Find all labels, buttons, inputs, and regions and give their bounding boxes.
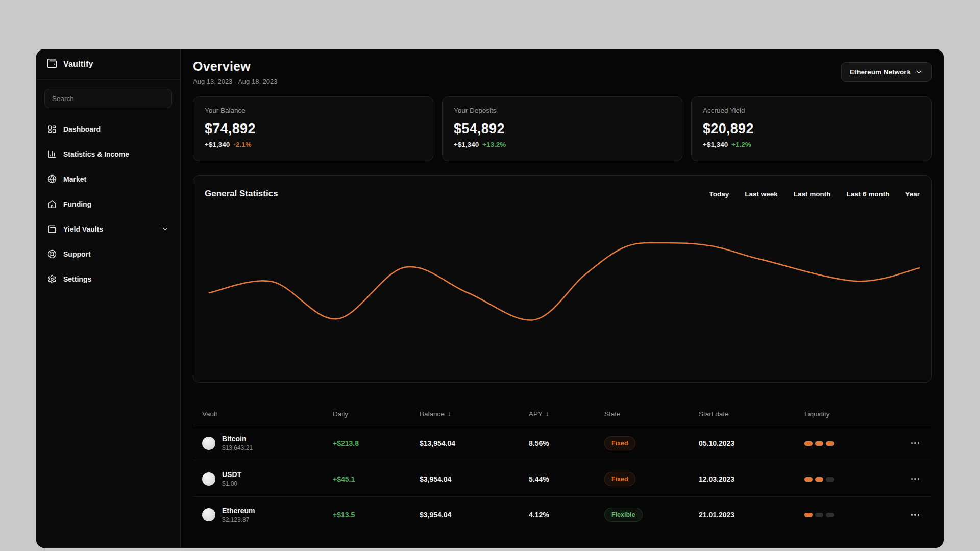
daily-change: +$13.5 [333, 511, 420, 519]
daily-change: +$45.1 [333, 475, 420, 483]
globe-icon [47, 174, 57, 184]
gear-icon [47, 274, 57, 284]
state-badge: Fixed [604, 436, 635, 450]
sidebar-item-settings[interactable]: Settings [44, 266, 172, 291]
app-window: Vaultify Dashboard Statistics & Income [36, 49, 944, 548]
filter-today[interactable]: Today [709, 190, 729, 198]
filter-year[interactable]: Year [905, 190, 920, 198]
sidebar-item-label: Funding [63, 200, 91, 208]
chart-column-icon [47, 149, 57, 159]
app-title: Vaultify [63, 60, 93, 69]
column-liquidity: Liquidity [804, 410, 899, 418]
vault-avatar [202, 437, 215, 450]
stat-value: $20,892 [703, 121, 920, 137]
apy-value: 5.44% [529, 475, 604, 483]
start-date: 12.03.2023 [699, 475, 804, 483]
sidebar-item-funding[interactable]: Funding [44, 191, 172, 216]
column-balance[interactable]: Balance↓ [420, 410, 529, 418]
line-chart [204, 229, 920, 362]
column-state: State [604, 410, 699, 418]
column-start-date: Start date [699, 410, 804, 418]
stat-card-accrued-yield: Accrued Yield $20,892 +$1,340 +1.2% [691, 96, 932, 161]
network-selector-label: Ethereum Network [850, 68, 911, 76]
page-title: Overview [193, 59, 278, 74]
sidebar-item-support[interactable]: Support [44, 241, 172, 266]
vault-name: USDT [222, 470, 241, 479]
filter-last-week[interactable]: Last week [745, 190, 778, 198]
chart-title: General Statistics [205, 189, 278, 199]
lifebuoy-icon [47, 249, 57, 259]
vault-price: $1.00 [222, 480, 241, 487]
start-date: 05.10.2023 [699, 439, 804, 447]
sidebar-item-dashboard[interactable]: Dashboard [44, 116, 172, 141]
vault-avatar [202, 508, 215, 521]
sidebar-item-label: Dashboard [63, 125, 101, 133]
date-range: Aug 13, 2023 - Aug 18, 2023 [193, 78, 278, 85]
stat-card-balance: Your Balance $74,892 +$1,340 -2.1% [193, 96, 433, 161]
liquidity-indicator [804, 477, 834, 482]
logo: Vaultify [36, 49, 180, 80]
row-menu-icon[interactable] [908, 439, 923, 447]
column-vault: Vault [202, 410, 333, 418]
sidebar-item-yield-vaults[interactable]: Yield Vaults [44, 216, 172, 241]
vaults-table: Vault Daily Balance↓ APY↓ State Start da… [193, 403, 932, 533]
column-daily: Daily [333, 410, 420, 418]
wallet-icon [47, 224, 57, 234]
liquidity-indicator [804, 513, 834, 517]
table-row-ethereum[interactable]: Ethereum $2,123.87 +$13.5 $3,954.04 4.12… [193, 497, 932, 533]
apy-value: 4.12% [529, 511, 604, 519]
stat-value: $74,892 [205, 121, 422, 137]
sidebar-item-label: Yield Vaults [63, 225, 103, 233]
liquidity-indicator [804, 441, 834, 446]
search-input[interactable] [44, 89, 172, 108]
balance-value: $3,954.04 [420, 475, 529, 483]
change-amount: +$1,340 [205, 141, 230, 148]
wallet-logo-icon [46, 58, 58, 71]
main-content: Overview Aug 13, 2023 - Aug 18, 2023 Eth… [181, 49, 944, 548]
vault-name: Bitcoin [222, 435, 253, 443]
chevron-down-icon [915, 68, 923, 76]
sidebar-item-label: Market [63, 175, 86, 183]
home-icon [47, 199, 57, 209]
chevron-down-icon[interactable] [161, 225, 169, 233]
daily-change: +$213.8 [333, 439, 420, 447]
row-menu-icon[interactable] [908, 475, 923, 483]
sidebar-item-statistics-income[interactable]: Statistics & Income [44, 141, 172, 166]
start-date: 21.01.2023 [699, 511, 804, 519]
state-badge: Flexible [604, 508, 643, 522]
sidebar: Vaultify Dashboard Statistics & Income [36, 49, 181, 548]
sidebar-item-label: Statistics & Income [63, 150, 129, 158]
row-menu-icon[interactable] [908, 511, 923, 519]
sidebar-item-label: Support [63, 250, 91, 258]
table-header: Vault Daily Balance↓ APY↓ State Start da… [193, 403, 932, 425]
filter-last-6-month[interactable]: Last 6 month [846, 190, 889, 198]
table-row-usdt[interactable]: USDT $1.00 +$45.1 $3,954.04 5.44% Fixed … [193, 461, 932, 497]
chart-line-path [209, 243, 920, 320]
apy-value: 8.56% [529, 439, 604, 447]
vault-price: $2,123.87 [222, 516, 255, 523]
change-percent: -2.1% [233, 141, 251, 148]
vault-avatar [202, 472, 215, 486]
stat-label: Accrued Yield [703, 107, 920, 114]
change-amount: +$1,340 [703, 141, 728, 148]
change-percent: +13.2% [482, 141, 506, 148]
change-percent: +1.2% [731, 141, 751, 148]
dashboard-icon [47, 124, 57, 134]
chart-time-filters: Today Last week Last month Last 6 month … [709, 190, 920, 198]
vault-price: $13,643.21 [222, 444, 253, 452]
network-selector-button[interactable]: Ethereum Network [841, 62, 932, 82]
balance-value: $13,954.04 [420, 439, 529, 447]
sidebar-nav: Dashboard Statistics & Income Market Fun… [36, 113, 180, 294]
sidebar-item-label: Settings [63, 275, 91, 283]
column-apy[interactable]: APY↓ [529, 410, 604, 418]
stat-value: $54,892 [454, 121, 671, 137]
stat-card-deposits: Your Deposits $54,892 +$1,340 +13.2% [442, 96, 682, 161]
change-amount: +$1,340 [454, 141, 479, 148]
vault-name: Ethereum [222, 507, 255, 515]
state-badge: Fixed [604, 472, 635, 486]
stat-label: Your Deposits [454, 107, 671, 114]
sidebar-item-market[interactable]: Market [44, 166, 172, 191]
filter-last-month[interactable]: Last month [794, 190, 831, 198]
sort-desc-icon: ↓ [546, 410, 549, 418]
table-row-bitcoin[interactable]: Bitcoin $13,643.21 +$213.8 $13,954.04 8.… [193, 425, 932, 461]
